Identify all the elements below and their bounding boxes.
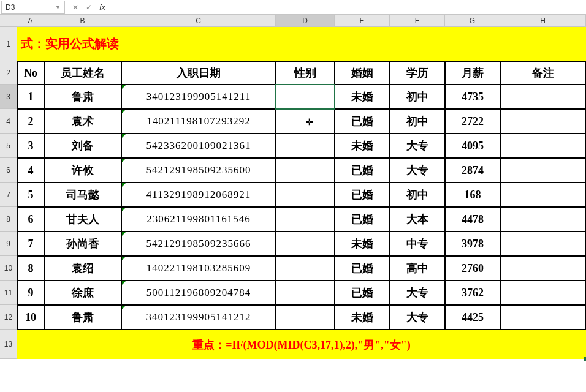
header-marriage[interactable]: 婚姻 [335, 61, 390, 85]
footer-banner[interactable]: 重点：=IF(MOD(MID(C3,17,1),2),"男","女") [17, 330, 586, 359]
cell-edu[interactable]: 初中 [390, 109, 445, 134]
cell-id[interactable]: 542129198509235666 [121, 232, 276, 256]
col-head-E[interactable]: E [335, 15, 390, 27]
cell-salary[interactable]: 3762 [445, 281, 500, 305]
cell-gender[interactable] [276, 256, 335, 281]
header-name[interactable]: 员工姓名 [44, 61, 121, 85]
col-head-F[interactable]: F [390, 15, 445, 27]
cell-salary[interactable]: 168 [445, 183, 500, 207]
cell-gender[interactable] [276, 134, 335, 158]
cell-id[interactable]: 140221198103285609 [121, 256, 276, 281]
name-box-dropdown-icon[interactable]: ▼ [55, 4, 61, 10]
formula-input[interactable] [112, 1, 586, 14]
cell-remark[interactable] [500, 158, 586, 183]
cell-id[interactable]: 411329198912068921 [121, 183, 276, 207]
cell-marriage[interactable]: 未婚 [335, 305, 390, 330]
cell-edu[interactable]: 大本 [390, 207, 445, 232]
cell-remark[interactable] [500, 85, 586, 109]
cell-name[interactable]: 许攸 [44, 158, 121, 183]
cell-remark[interactable] [500, 305, 586, 330]
cell-name[interactable]: 徐庶 [44, 281, 121, 305]
header-remark[interactable]: 备注 [500, 61, 586, 85]
row-head-5[interactable]: 5 [0, 134, 17, 158]
cell-gender[interactable] [276, 232, 335, 256]
cell-name[interactable]: 司马懿 [44, 183, 121, 207]
cell-edu[interactable]: 初中 [390, 85, 445, 109]
cell-marriage[interactable]: 已婚 [335, 183, 390, 207]
cell-edu[interactable]: 大专 [390, 158, 445, 183]
cell-salary[interactable]: 2760 [445, 256, 500, 281]
cell-marriage[interactable]: 已婚 [335, 256, 390, 281]
row-head-9[interactable]: 9 [0, 232, 17, 256]
spreadsheet-grid[interactable]: A B C D E F G H 1 式：实用公式解读 2 No 员工姓名 入职日… [0, 15, 586, 359]
cell-edu[interactable]: 中专 [390, 232, 445, 256]
row-head-8[interactable]: 8 [0, 207, 17, 232]
cell-salary[interactable]: 4478 [445, 207, 500, 232]
cell-marriage[interactable]: 未婚 [335, 134, 390, 158]
cancel-icon[interactable]: ✕ [71, 3, 80, 12]
col-head-H[interactable]: H [500, 15, 586, 27]
cell-marriage[interactable]: 已婚 [335, 281, 390, 305]
cell-gender[interactable] [276, 183, 335, 207]
cell-gender[interactable] [276, 158, 335, 183]
cell-no[interactable]: 10 [17, 305, 44, 330]
row-head-6[interactable]: 6 [0, 158, 17, 183]
row-head-12[interactable]: 12 [0, 305, 17, 330]
cell-edu[interactable]: 大专 [390, 134, 445, 158]
cell-name[interactable]: 袁绍 [44, 256, 121, 281]
cell-remark[interactable] [500, 109, 586, 134]
row-head-7[interactable]: 7 [0, 183, 17, 207]
cell-gender[interactable] [276, 281, 335, 305]
cell-remark[interactable] [500, 183, 586, 207]
row-head-2[interactable]: 2 [0, 61, 17, 85]
cell-marriage[interactable]: 未婚 [335, 232, 390, 256]
cell-salary[interactable]: 2722 [445, 109, 500, 134]
cell-id[interactable]: 500112196809204784 [121, 281, 276, 305]
select-all-corner[interactable] [0, 15, 17, 27]
cell-salary[interactable]: 4735 [445, 85, 500, 109]
cell-name[interactable]: 鲁肃 [44, 305, 121, 330]
enter-icon[interactable]: ✓ [85, 3, 93, 12]
row-head-11[interactable]: 11 [0, 281, 17, 305]
header-hire[interactable]: 入职日期 [121, 61, 276, 85]
cell-marriage[interactable]: 未婚 [335, 85, 390, 109]
cell-id[interactable]: 230621199801161546 [121, 207, 276, 232]
cell-id[interactable]: 340123199905141212 [121, 305, 276, 330]
col-head-A[interactable]: A [17, 15, 44, 27]
cell-marriage[interactable]: 已婚 [335, 158, 390, 183]
cell-no[interactable]: 9 [17, 281, 44, 305]
cell-gender[interactable] [276, 85, 335, 109]
cell-marriage[interactable]: 已婚 [335, 207, 390, 232]
row-head-1[interactable]: 1 [0, 27, 17, 61]
header-no[interactable]: No [17, 61, 44, 85]
col-head-B[interactable]: B [44, 15, 121, 27]
row-head-10[interactable]: 10 [0, 256, 17, 281]
cell-name[interactable]: 甘夫人 [44, 207, 121, 232]
cell-gender[interactable] [276, 305, 335, 330]
cell-remark[interactable] [500, 281, 586, 305]
header-gender[interactable]: 性别 [276, 61, 335, 85]
cell-remark[interactable] [500, 256, 586, 281]
cell-edu[interactable]: 初中 [390, 183, 445, 207]
cell-no[interactable]: 4 [17, 158, 44, 183]
cell-salary[interactable]: 4095 [445, 134, 500, 158]
cell-marriage[interactable]: 已婚 [335, 109, 390, 134]
header-edu[interactable]: 学历 [390, 61, 445, 85]
cell-salary[interactable]: 2874 [445, 158, 500, 183]
cell-id[interactable]: 340123199905141211 [121, 85, 276, 109]
row-head-3[interactable]: 3 [0, 85, 17, 109]
row-head-13[interactable]: 13 [0, 330, 17, 359]
cell-no[interactable]: 1 [17, 85, 44, 109]
row-head-4[interactable]: 4 [0, 109, 17, 134]
title-banner[interactable]: 式：实用公式解读 [17, 27, 586, 61]
cell-name[interactable]: 袁术 [44, 109, 121, 134]
header-salary[interactable]: 月薪 [445, 61, 500, 85]
name-box[interactable]: D3 ▼ [1, 1, 65, 14]
cell-no[interactable]: 3 [17, 134, 44, 158]
cell-edu[interactable]: 大专 [390, 305, 445, 330]
cell-name[interactable]: 刘备 [44, 134, 121, 158]
cell-gender[interactable] [276, 207, 335, 232]
cell-gender[interactable]: ✛ [276, 109, 335, 134]
cell-remark[interactable] [500, 232, 586, 256]
col-head-G[interactable]: G [445, 15, 500, 27]
